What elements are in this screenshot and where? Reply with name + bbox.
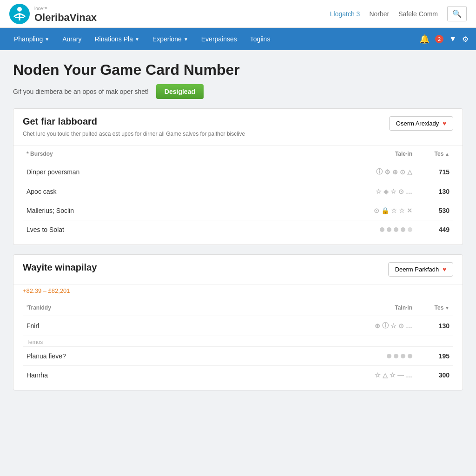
- card-1-dropdown[interactable]: Oserm Arexiady ♥: [389, 116, 453, 131]
- phanpling-dropdown-icon: ▼: [45, 37, 49, 42]
- table-row-subheader: Temos: [23, 336, 453, 347]
- heart-icon-2: ♥: [443, 266, 446, 273]
- row-value: 195: [416, 347, 453, 366]
- nav-item-rinations[interactable]: Rinations Pla ▼: [88, 28, 145, 50]
- nav-item-phanpling[interactable]: Phanpling ▼: [7, 28, 56, 50]
- page-title: Noden Your Game Card Number: [13, 61, 463, 79]
- row-value: 449: [416, 220, 453, 239]
- card-2-dropdown[interactable]: Deerm Parkfadh ♥: [388, 262, 453, 277]
- row-name: Hanrha: [23, 366, 342, 385]
- row-icons: ⊕ ⓘ ☆ ⊙ …: [342, 316, 416, 336]
- search-button[interactable]: 🔍: [447, 6, 467, 21]
- top-link-1[interactable]: Llogatch 3: [330, 10, 360, 18]
- row-value: 300: [416, 366, 453, 385]
- logo-icon: [9, 4, 30, 24]
- top-header: loce™ OleribaVinax Llogatch 3 Norber Saf…: [0, 0, 476, 28]
- experione-dropdown-icon: ▼: [184, 37, 188, 42]
- card-2-header: Wayite winapilay Deerm Parkfadh ♥: [13, 255, 463, 284]
- price-range: +82.39 – £82,201: [13, 284, 463, 300]
- nav-bar: Phanpling ▼ Aurary Rinations Pla ▼ Exper…: [0, 28, 476, 50]
- table-row: Apoc cask ☆ ◈ ☆ ⊙ … 130: [23, 182, 453, 201]
- card-1-title: Get fiar labboard: [23, 116, 245, 127]
- card-1-table-wrapper: * Bursdoy Tale·in Tes Dinper poversman ⓘ…: [13, 146, 463, 239]
- row-value: 130: [416, 316, 453, 336]
- row-value: 530: [416, 201, 453, 220]
- col-tes-header[interactable]: Tes: [416, 146, 453, 162]
- card-2-table: 'Tranlddy Taln·in Tes Fnirl ⊕ ⓘ ☆: [23, 300, 453, 384]
- row-value: 130: [416, 182, 453, 201]
- row-name: Dinper poversman: [23, 162, 342, 182]
- svg-point-1: [17, 7, 22, 12]
- table-row: Mallerius; Soclin ⊙ 🔒 ☆ ☆ ✕ 530: [23, 201, 453, 220]
- row-name: Planua fieve?: [23, 347, 342, 366]
- notification-badge: 2: [435, 35, 443, 43]
- filter-icon[interactable]: ▼: [449, 35, 456, 43]
- row-name: Mallerius; Soclin: [23, 201, 342, 220]
- brand-title: OleribaVinax: [34, 12, 97, 24]
- settings-icon[interactable]: ⚙: [462, 35, 469, 44]
- card-1-table: * Bursdoy Tale·in Tes Dinper poversman ⓘ…: [23, 146, 453, 239]
- page-subtitle: Gif you diembera be an opos of mak oper …: [13, 84, 463, 99]
- table-row: Dinper poversman ⓘ ⚙ ⊕ ⊙ △ 715: [23, 162, 453, 182]
- col-name-header: * Bursdoy: [23, 146, 342, 162]
- card-1-description: Chet lure you toule ther pulted asca est…: [23, 130, 245, 138]
- row-value: 715: [416, 162, 453, 182]
- nav-item-aurary[interactable]: Aurary: [56, 28, 88, 50]
- col-name-header-2: 'Tranlddy: [23, 300, 342, 316]
- card-2-dropdown-label: Deerm Parkfadh: [395, 266, 439, 273]
- top-nav-links: Llogatch 3 Norber Safele Comm 🔍: [330, 6, 467, 21]
- logo-area: loce™ OleribaVinax: [9, 4, 97, 24]
- nav-item-togiins[interactable]: Togiins: [244, 28, 277, 50]
- row-icons: ☆ ◈ ☆ ⊙ …: [342, 182, 416, 201]
- table-row: Fnirl ⊕ ⓘ ☆ ⊙ … 130: [23, 316, 453, 336]
- card-1-dropdown-label: Oserm Arexiady: [396, 120, 439, 127]
- card-1: Get fiar labboard Chet lure you toule th…: [13, 108, 463, 245]
- row-icons: ⊙ 🔒 ☆ ☆ ✕: [342, 201, 416, 220]
- col-talenin-header-2: Taln·in: [342, 300, 416, 316]
- nav-item-everpainses[interactable]: Everpainses: [195, 28, 244, 50]
- subheader-label: Temos: [23, 336, 453, 347]
- card-1-header-left: Get fiar labboard Chet lure you toule th…: [23, 116, 245, 138]
- table-row: Lves to Solat 449: [23, 220, 453, 239]
- bell-icon[interactable]: 🔔: [419, 34, 430, 44]
- card-2-table-wrapper: 'Tranlddy Taln·in Tes Fnirl ⊕ ⓘ ☆: [13, 300, 463, 384]
- table-row: Planua fieve? 195: [23, 347, 453, 366]
- row-name: Lves to Solat: [23, 220, 342, 239]
- row-icons: ⓘ ⚙ ⊕ ⊙ △: [342, 162, 416, 182]
- card-2: Wayite winapilay Deerm Parkfadh ♥ +82.39…: [13, 254, 463, 390]
- nav-icons: 🔔 2 ▼ ⚙: [419, 34, 469, 44]
- card-1-header: Get fiar labboard Chet lure you toule th…: [13, 109, 463, 146]
- cta-button[interactable]: Desiglead: [156, 84, 204, 99]
- row-name: Apoc cask: [23, 182, 342, 201]
- row-icons: ☆ △ ☆ — …: [342, 366, 416, 385]
- card-2-header-left: Wayite winapilay: [23, 262, 97, 276]
- card-2-title: Wayite winapilay: [23, 262, 97, 273]
- col-tes-header-2[interactable]: Tes: [416, 300, 453, 316]
- heart-icon: ♥: [443, 120, 446, 127]
- brand-name: loce™ OleribaVinax: [34, 4, 97, 24]
- subtitle-text: Gif you diembera be an opos of mak oper …: [13, 88, 149, 95]
- top-link-3: Safele Comm: [398, 10, 438, 18]
- page-content: Noden Your Game Card Number Gif you diem…: [0, 50, 476, 411]
- row-name: Fnirl: [23, 316, 342, 336]
- nav-item-experione[interactable]: Experione ▼: [146, 28, 195, 50]
- row-dots: [342, 347, 416, 366]
- col-talenin-header: Tale·in: [342, 146, 416, 162]
- rinations-dropdown-icon: ▼: [135, 37, 139, 42]
- table-row: Hanrha ☆ △ ☆ — … 300: [23, 366, 453, 385]
- brand-badge: loce™: [34, 6, 47, 11]
- row-dots: [342, 220, 416, 239]
- top-link-2: Norber: [369, 10, 389, 18]
